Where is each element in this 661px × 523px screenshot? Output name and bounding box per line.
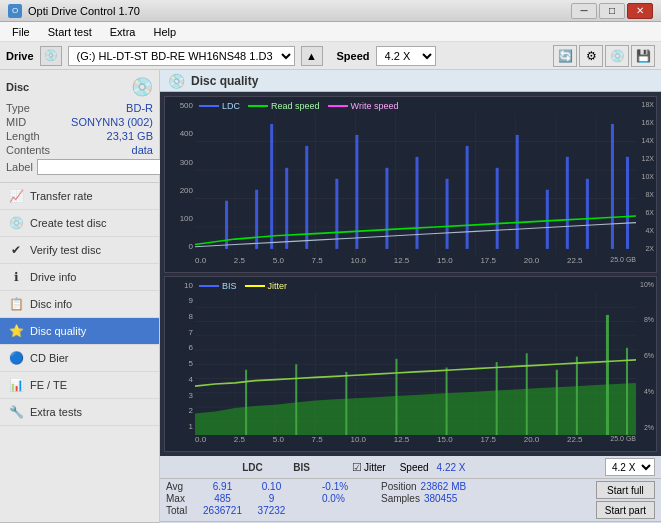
svg-rect-59 (556, 369, 558, 435)
chart-bis-wrapper: BIS Jitter 10 9 8 7 6 (165, 277, 656, 452)
close-button[interactable]: ✕ (627, 3, 653, 19)
settings-button[interactable]: ⚙ (579, 45, 603, 67)
y2r-6: 6% (638, 352, 654, 359)
sidebar-item-disc-quality[interactable]: ⭐ Disc quality (0, 318, 159, 345)
max-bis: 9 (249, 493, 294, 504)
chart1-x-axis: 0.0 2.5 5.0 7.5 10.0 12.5 15.0 17.5 20.0… (195, 256, 636, 272)
sidebar-item-disc-info[interactable]: 📋 Disc info (0, 291, 159, 318)
sidebar-item-drive-info[interactable]: ℹ Drive info (0, 264, 159, 291)
disc-mid-value: SONYNN3 (002) (71, 116, 153, 128)
sidebar-item-extra-tests[interactable]: 🔧 Extra tests (0, 399, 159, 426)
disc-header: Disc 💿 (6, 76, 153, 98)
disc-button[interactable]: 💿 (605, 45, 629, 67)
chart-ldc: LDC Read speed Write speed (164, 96, 657, 273)
svg-rect-17 (285, 168, 288, 249)
start-buttons: Start full Start part (596, 481, 655, 519)
svg-marker-51 (195, 382, 636, 435)
disc-type-row: Type BD-R (6, 102, 153, 114)
start-full-button[interactable]: Start full (596, 481, 655, 499)
minimize-button[interactable]: ─ (571, 3, 597, 19)
nav-label-disc-quality: Disc quality (30, 325, 86, 337)
refresh-button[interactable]: 🔄 (553, 45, 577, 67)
legend-jitter-color (245, 285, 265, 287)
x1-20: 20.0 (524, 256, 540, 272)
menu-extra[interactable]: Extra (102, 25, 144, 39)
x2-5: 5.0 (273, 435, 284, 451)
sidebar-item-transfer-rate[interactable]: 📈 Transfer rate (0, 183, 159, 210)
speed-dropdown[interactable]: 4.2 X (605, 458, 655, 476)
x1-10: 10.0 (350, 256, 366, 272)
charts-area: LDC Read speed Write speed (160, 92, 661, 456)
y1r-18x: 18X (638, 101, 654, 108)
disc-label-input[interactable] (37, 159, 170, 175)
chart2-inner (195, 293, 636, 436)
maximize-button[interactable]: □ (599, 3, 625, 19)
svg-rect-28 (566, 157, 569, 249)
chart1-svg (195, 113, 636, 256)
x1-15: 15.0 (437, 256, 453, 272)
start-part-button[interactable]: Start part (596, 501, 655, 519)
avg-jitter: -0.1% (322, 481, 377, 492)
avg-ldc: 6.91 (200, 481, 245, 492)
menu-start-test[interactable]: Start test (40, 25, 100, 39)
eject-button[interactable]: ▲ (301, 46, 323, 66)
total-ldc: 2636721 (200, 505, 245, 516)
x1-25: 25.0 GB (610, 256, 636, 272)
transfer-rate-icon: 📈 (8, 188, 24, 204)
menu-file[interactable]: File (4, 25, 38, 39)
drive-select[interactable]: (G:) HL-DT-ST BD-RE WH16NS48 1.D3 (68, 46, 295, 66)
nav-label-cd-bier: CD Bier (30, 352, 69, 364)
content-header: 💿 Disc quality (160, 70, 661, 92)
total-label: Total (166, 505, 196, 516)
svg-rect-55 (395, 358, 397, 435)
sidebar: Disc 💿 Type BD-R MID SONYNN3 (002) Lengt… (0, 70, 160, 523)
disc-label-row: Label 🔑 (6, 158, 153, 176)
y2r-4: 4% (638, 388, 654, 395)
sidebar-item-fe-te[interactable]: 📊 FE / TE (0, 372, 159, 399)
x1-12: 12.5 (394, 256, 410, 272)
svg-rect-29 (586, 179, 589, 249)
disc-type-label: Type (6, 102, 30, 114)
y2-5: 5 (167, 359, 193, 368)
y1-0: 0 (167, 242, 193, 251)
svg-rect-23 (446, 179, 449, 249)
drivebar: Drive 💿 (G:) HL-DT-ST BD-RE WH16NS48 1.D… (0, 42, 661, 70)
y1r-8x: 8X (638, 191, 654, 198)
x2-25: 25.0 GB (610, 435, 636, 451)
speed-select[interactable]: 4.2 X (376, 46, 436, 66)
main-content: 💿 Disc quality LDC Read spee (160, 70, 661, 523)
x1-5: 5.0 (273, 256, 284, 272)
disc-title: Disc (6, 81, 29, 93)
stat-ldc-col: 6.91 485 2636721 (200, 481, 245, 516)
ldc-header: LDC (230, 462, 275, 473)
y2-3: 3 (167, 391, 193, 400)
chart1-y-axis-right: 18X 16X 14X 12X 10X 8X 6X 4X 2X (636, 97, 656, 256)
y2r-10: 10% (638, 281, 654, 288)
nav-label-create-test-disc: Create test disc (30, 217, 106, 229)
sidebar-item-cd-bier[interactable]: 🔵 CD Bier (0, 345, 159, 372)
nav-items: 📈 Transfer rate 💿 Create test disc ✔ Ver… (0, 183, 159, 522)
y2-7: 7 (167, 328, 193, 337)
svg-rect-25 (496, 168, 499, 249)
svg-rect-24 (466, 146, 469, 249)
nav-label-extra-tests: Extra tests (30, 406, 82, 418)
extra-tests-icon: 🔧 (8, 404, 24, 420)
legend-bis: BIS (199, 281, 237, 291)
y2-9: 9 (167, 296, 193, 305)
y1r-4x: 4X (638, 227, 654, 234)
sidebar-item-create-test-disc[interactable]: 💿 Create test disc (0, 210, 159, 237)
legend-write: Write speed (328, 101, 399, 111)
sidebar-item-verify-test-disc[interactable]: ✔ Verify test disc (0, 237, 159, 264)
svg-rect-31 (626, 157, 629, 249)
nav-label-disc-info: Disc info (30, 298, 72, 310)
chart-ldc-wrapper: LDC Read speed Write speed (165, 97, 656, 272)
disc-contents-row: Contents data (6, 144, 153, 156)
stat-position-col: Position 23862 MB Samples 380455 (381, 481, 592, 504)
x1-7: 7.5 (312, 256, 323, 272)
stats-bar: LDC BIS ☑ Jitter Speed 4.22 X 4.2 X (160, 456, 661, 478)
save-button[interactable]: 💾 (631, 45, 655, 67)
disc-quality-header-icon: 💿 (168, 73, 185, 89)
menu-help[interactable]: Help (145, 25, 184, 39)
legend-ldc: LDC (199, 101, 240, 111)
y1-500: 500 (167, 101, 193, 110)
